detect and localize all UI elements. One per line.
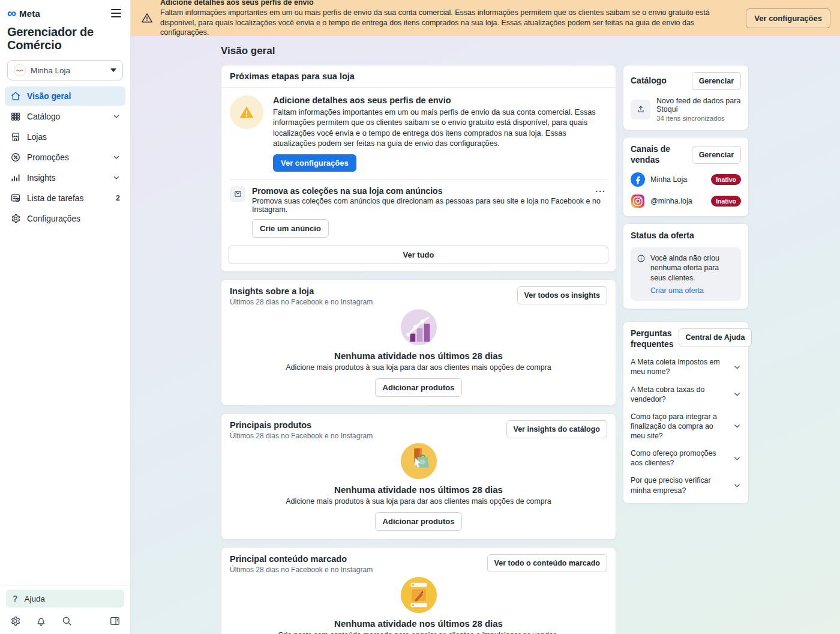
settings-icon[interactable]	[10, 615, 21, 627]
hamburger-menu-icon[interactable]	[109, 7, 123, 19]
faq-question: Por que preciso verificar minha empresa?	[631, 476, 728, 495]
warning-body: Faltam informações importantes em um ou …	[273, 107, 607, 149]
empty-state-title: Nenhuma atividade nos últimos 28 dias	[230, 618, 607, 629]
promo-title: Promova as coleções na sua loja com anún…	[252, 186, 607, 196]
sidebar-item-promocoes[interactable]: Promoções	[5, 148, 125, 167]
offer-status-card: Status da oferta Você ainda não criou ne…	[623, 223, 749, 309]
sidebar-item-visao-geral[interactable]: Visão geral	[5, 86, 125, 106]
sidebar-header: ∞ Meta Gerenciador de Comércio Minha Loj…	[0, 0, 130, 80]
shipping-warning-banner: Adicione detalhes aos seus perfis de env…	[131, 0, 840, 36]
add-products-button[interactable]: Adicionar produtos	[375, 512, 463, 531]
banner-settings-button[interactable]: Ver configurações	[746, 8, 830, 28]
chevron-down-icon	[733, 482, 741, 489]
facebook-icon	[631, 172, 645, 187]
more-options-icon[interactable]: ...	[595, 184, 606, 194]
sidebar: ∞ Meta Gerenciador de Comércio Minha Loj…	[0, 0, 131, 634]
chevron-down-icon	[113, 174, 120, 181]
collapse-sidebar-icon[interactable]	[109, 615, 121, 627]
search-icon[interactable]	[61, 615, 73, 627]
percent-icon	[10, 152, 21, 163]
sidebar-item-label: Lojas	[27, 133, 47, 142]
sidebar-item-lojas[interactable]: Lojas	[5, 127, 125, 146]
account-name: Minha Loja	[31, 66, 70, 75]
shop-avatar	[14, 64, 26, 76]
faq-question: Como faço para integrar a finalização da…	[631, 412, 728, 441]
sidebar-item-lista-de-tarefas[interactable]: Lista de tarefas 2	[5, 189, 125, 208]
empty-state-title: Nenhuma atividade nos últimos 28 dias	[230, 485, 607, 495]
chevron-down-icon	[733, 422, 741, 430]
meta-brand-name: Meta	[19, 8, 40, 19]
account-selector[interactable]: Minha Loja	[7, 60, 123, 80]
empty-state-title: Nenhuma atividade nos últimos 28 dias	[230, 351, 607, 361]
faq-card: Perguntas frequentes Central de Ajuda A …	[623, 321, 749, 503]
app-title: Gerenciador de Comércio	[7, 25, 123, 52]
question-mark-icon: ?	[13, 594, 18, 603]
tasks-count-badge: 2	[116, 194, 120, 202]
faq-item-checkout-integration[interactable]: Como faço para integrar a finalização da…	[631, 412, 741, 441]
manage-channels-button[interactable]: Gerenciar	[692, 146, 741, 164]
center-column: Próximas etapas para sua loja Adicione d…	[221, 65, 616, 634]
faq-item-seller-fees[interactable]: A Meta cobra taxas do vendedor?	[631, 385, 741, 404]
faq-item-verify-business[interactable]: Por que preciso verificar minha empresa?	[631, 476, 741, 495]
see-all-insights-button[interactable]: Ver todos os insights	[517, 286, 607, 304]
faq-question: A Meta coleta impostos em meu nome?	[631, 357, 728, 376]
create-offer-link[interactable]: Criar uma oferta	[650, 286, 704, 295]
see-all-button[interactable]: Ver tudo	[229, 246, 608, 264]
feed-sync-status: 34 itens sincronizados	[656, 115, 741, 122]
faq-item-promotions[interactable]: Como ofereço promoções aos clientes?	[631, 448, 741, 468]
sidebar-item-catalogo[interactable]: Catálogo	[5, 107, 125, 126]
see-tagged-content-button[interactable]: Ver todo o conteúdo marcado	[487, 554, 607, 572]
faq-title: Perguntas frequentes	[631, 328, 674, 349]
tagged-post-empty-state-icon	[400, 576, 437, 614]
help-button[interactable]: ? Ajuda	[6, 590, 124, 608]
home-icon	[10, 91, 21, 101]
banner-body: Faltam informações importantes em um ou …	[160, 8, 739, 38]
next-steps-card: Próximas etapas para sua loja Adicione d…	[221, 65, 616, 272]
faq-item-taxes[interactable]: A Meta coleta impostos em meu nome?	[631, 357, 741, 376]
sidebar-footer: ? Ajuda	[0, 585, 130, 634]
data-feed-row[interactable]: Novo feed de dados para Stoqui 34 itens …	[631, 97, 741, 122]
catalog-grid-icon	[10, 111, 21, 122]
collections-bag-icon	[230, 186, 245, 202]
instagram-channel-row[interactable]: @minha.loja Inativo	[631, 194, 741, 208]
chevron-down-icon	[733, 363, 741, 371]
store-icon	[10, 131, 21, 142]
sidebar-item-configuracoes[interactable]: Configurações	[5, 209, 125, 228]
sidebar-item-insights[interactable]: Insights	[5, 168, 125, 187]
sidebar-item-label: Lista de tarefas	[27, 194, 83, 203]
sidebar-item-label: Promoções	[27, 153, 69, 162]
tagged-content-card: Principal conteúdo marcado Últimos 28 di…	[221, 547, 616, 634]
help-label: Ajuda	[25, 594, 46, 603]
add-products-button[interactable]: Adicionar produtos	[375, 378, 463, 397]
see-settings-button[interactable]: Ver configurações	[273, 154, 356, 172]
chevron-down-icon	[113, 113, 120, 120]
chart-empty-state-icon	[400, 309, 437, 346]
empty-state-text: Adicione mais produtos à sua loja para d…	[230, 497, 607, 506]
page-title: Visão geral	[221, 45, 840, 57]
info-icon	[637, 254, 646, 263]
sidebar-item-label: Configurações	[27, 214, 80, 223]
upload-icon	[631, 100, 650, 119]
facebook-channel-row[interactable]: Minha Loja Inativo	[631, 172, 741, 187]
chevron-down-icon	[733, 454, 741, 462]
channels-title: Canais de vendas	[631, 144, 687, 165]
sidebar-item-label: Insights	[27, 174, 56, 183]
empty-state-text: Adicione mais produtos à sua loja para d…	[230, 363, 607, 372]
meta-logo: ∞ Meta	[7, 8, 40, 19]
help-center-button[interactable]: Central de Ajuda	[679, 328, 752, 346]
gear-icon	[10, 213, 21, 224]
faq-question: Como ofereço promoções aos clientes?	[631, 448, 728, 468]
warning-title: Adicione detalhes aos seus perfis de env…	[273, 95, 607, 105]
warning-badge-icon	[230, 95, 263, 129]
meta-infinity-icon: ∞	[7, 9, 16, 17]
see-catalog-insights-button[interactable]: Ver insights do catálogo	[506, 420, 607, 438]
feed-title: Novo feed de dados para Stoqui	[656, 97, 741, 113]
promo-body: Promova suas coleções com anúncios que d…	[252, 197, 607, 214]
status-badge: Inativo	[711, 196, 741, 207]
notifications-bell-icon[interactable]	[35, 615, 47, 627]
chevron-down-icon	[113, 154, 120, 161]
insights-bars-icon	[10, 172, 21, 183]
products-empty-state-icon	[400, 442, 437, 480]
manage-catalog-button[interactable]: Gerenciar	[692, 72, 741, 90]
create-ad-button[interactable]: Crie um anúncio	[252, 219, 329, 238]
